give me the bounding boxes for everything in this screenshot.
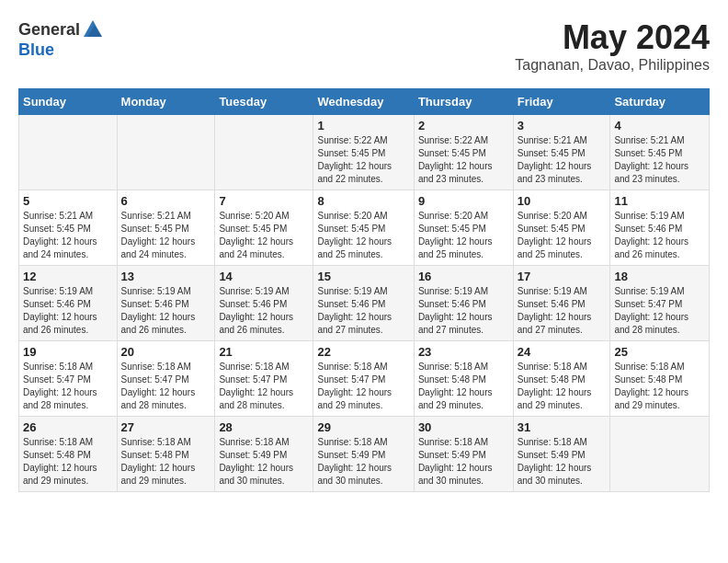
day-number: 17: [518, 270, 607, 283]
day-info: Sunrise: 5:20 AMSunset: 5:45 PMDaylight:…: [418, 210, 509, 261]
day-number: 9: [418, 194, 509, 208]
day-number: 11: [614, 194, 705, 208]
calendar-cell: [117, 115, 215, 190]
calendar-cell: 4Sunrise: 5:21 AMSunset: 5:45 PMDaylight…: [610, 115, 710, 190]
day-info: Sunrise: 5:21 AMSunset: 5:45 PMDaylight:…: [614, 134, 705, 186]
calendar-cell: 13Sunrise: 5:19 AMSunset: 5:46 PMDayligh…: [117, 266, 215, 341]
weekday-header-thursday: Thursday: [414, 89, 513, 115]
day-number: 21: [219, 345, 309, 359]
calendar-cell: 26Sunrise: 5:18 AMSunset: 5:48 PMDayligh…: [19, 417, 118, 492]
calendar-cell: 3Sunrise: 5:21 AMSunset: 5:45 PMDaylight…: [513, 115, 610, 190]
calendar-subtitle: Tagnanan, Davao, Philippines: [515, 57, 710, 74]
weekday-header-wednesday: Wednesday: [313, 89, 414, 115]
logo-blue: Blue: [18, 40, 54, 59]
day-number: 23: [418, 345, 509, 359]
day-number: 28: [219, 420, 309, 434]
calendar-cell: 15Sunrise: 5:19 AMSunset: 5:46 PMDayligh…: [313, 266, 414, 341]
day-number: 1: [317, 119, 409, 132]
week-row-4: 19Sunrise: 5:18 AMSunset: 5:47 PMDayligh…: [19, 341, 710, 417]
calendar-cell: 8Sunrise: 5:20 AMSunset: 5:45 PMDaylight…: [313, 190, 414, 266]
day-number: 31: [518, 420, 607, 434]
calendar-cell: 22Sunrise: 5:18 AMSunset: 5:47 PMDayligh…: [313, 341, 414, 417]
day-info: Sunrise: 5:20 AMSunset: 5:45 PMDaylight:…: [518, 210, 607, 261]
day-info: Sunrise: 5:18 AMSunset: 5:49 PMDaylight:…: [219, 436, 309, 488]
calendar-cell: 7Sunrise: 5:20 AMSunset: 5:45 PMDaylight…: [215, 190, 313, 266]
day-info: Sunrise: 5:18 AMSunset: 5:49 PMDaylight:…: [317, 436, 409, 488]
calendar-cell: 23Sunrise: 5:18 AMSunset: 5:48 PMDayligh…: [414, 341, 513, 417]
day-info: Sunrise: 5:19 AMSunset: 5:46 PMDaylight:…: [317, 285, 409, 337]
day-info: Sunrise: 5:18 AMSunset: 5:47 PMDaylight:…: [317, 361, 409, 412]
week-row-5: 26Sunrise: 5:18 AMSunset: 5:48 PMDayligh…: [19, 417, 710, 492]
calendar-cell: 27Sunrise: 5:18 AMSunset: 5:48 PMDayligh…: [117, 417, 215, 492]
day-number: 2: [418, 119, 509, 132]
day-number: 18: [614, 270, 705, 283]
day-info: Sunrise: 5:18 AMSunset: 5:48 PMDaylight:…: [418, 361, 509, 412]
week-row-3: 12Sunrise: 5:19 AMSunset: 5:46 PMDayligh…: [19, 266, 710, 341]
day-number: 6: [121, 194, 211, 208]
calendar-cell: 20Sunrise: 5:18 AMSunset: 5:47 PMDayligh…: [117, 341, 215, 417]
day-info: Sunrise: 5:21 AMSunset: 5:45 PMDaylight:…: [121, 210, 211, 261]
calendar-cell: 16Sunrise: 5:19 AMSunset: 5:46 PMDayligh…: [414, 266, 513, 341]
logo-general: General: [18, 20, 80, 40]
week-row-2: 5Sunrise: 5:21 AMSunset: 5:45 PMDaylight…: [19, 190, 710, 266]
day-number: 26: [23, 420, 113, 434]
calendar-cell: 12Sunrise: 5:19 AMSunset: 5:46 PMDayligh…: [19, 266, 118, 341]
day-number: 20: [121, 345, 211, 359]
calendar-cell: 19Sunrise: 5:18 AMSunset: 5:47 PMDayligh…: [19, 341, 118, 417]
day-number: 5: [23, 194, 113, 208]
calendar-cell: 24Sunrise: 5:18 AMSunset: 5:48 PMDayligh…: [513, 341, 610, 417]
calendar-cell: 28Sunrise: 5:18 AMSunset: 5:49 PMDayligh…: [215, 417, 313, 492]
calendar-title: May 2024: [515, 18, 710, 57]
calendar-cell: 11Sunrise: 5:19 AMSunset: 5:46 PMDayligh…: [610, 190, 710, 266]
day-info: Sunrise: 5:18 AMSunset: 5:49 PMDaylight:…: [418, 436, 509, 488]
calendar-table: SundayMondayTuesdayWednesdayThursdayFrid…: [18, 88, 710, 492]
calendar-cell: 2Sunrise: 5:22 AMSunset: 5:45 PMDaylight…: [414, 115, 513, 190]
calendar-cell: 18Sunrise: 5:19 AMSunset: 5:47 PMDayligh…: [610, 266, 710, 341]
calendar-cell: 30Sunrise: 5:18 AMSunset: 5:49 PMDayligh…: [414, 417, 513, 492]
day-info: Sunrise: 5:18 AMSunset: 5:47 PMDaylight:…: [219, 361, 309, 412]
day-number: 15: [317, 270, 409, 283]
calendar-cell: 25Sunrise: 5:18 AMSunset: 5:48 PMDayligh…: [610, 341, 710, 417]
week-row-1: 1Sunrise: 5:22 AMSunset: 5:45 PMDaylight…: [19, 115, 710, 190]
day-number: 24: [518, 345, 607, 359]
calendar-cell: [19, 115, 118, 190]
weekday-header-tuesday: Tuesday: [215, 89, 313, 115]
title-area: May 2024 Tagnanan, Davao, Philippines: [515, 18, 710, 74]
calendar-cell: [610, 417, 710, 492]
calendar-cell: 14Sunrise: 5:19 AMSunset: 5:46 PMDayligh…: [215, 266, 313, 341]
calendar-cell: 6Sunrise: 5:21 AMSunset: 5:45 PMDaylight…: [117, 190, 215, 266]
day-number: 8: [317, 194, 409, 208]
weekday-header-sunday: Sunday: [19, 89, 118, 115]
day-info: Sunrise: 5:19 AMSunset: 5:47 PMDaylight:…: [614, 285, 705, 337]
day-info: Sunrise: 5:19 AMSunset: 5:46 PMDaylight:…: [518, 285, 607, 337]
calendar-cell: [215, 115, 313, 190]
day-info: Sunrise: 5:18 AMSunset: 5:47 PMDaylight:…: [121, 361, 211, 412]
calendar-cell: 31Sunrise: 5:18 AMSunset: 5:49 PMDayligh…: [513, 417, 610, 492]
weekday-header-friday: Friday: [513, 89, 610, 115]
calendar-cell: 29Sunrise: 5:18 AMSunset: 5:49 PMDayligh…: [313, 417, 414, 492]
day-info: Sunrise: 5:20 AMSunset: 5:45 PMDaylight:…: [219, 210, 309, 261]
day-number: 4: [614, 119, 705, 132]
weekday-header-monday: Monday: [117, 89, 215, 115]
day-number: 14: [219, 270, 309, 283]
calendar-cell: 17Sunrise: 5:19 AMSunset: 5:46 PMDayligh…: [513, 266, 610, 341]
day-info: Sunrise: 5:21 AMSunset: 5:45 PMDaylight:…: [23, 210, 113, 261]
day-number: 30: [418, 420, 509, 434]
day-number: 29: [317, 420, 409, 434]
header: General Blue May 2024 Tagnanan, Davao, P…: [18, 18, 710, 74]
day-info: Sunrise: 5:22 AMSunset: 5:45 PMDaylight:…: [418, 134, 509, 186]
day-info: Sunrise: 5:18 AMSunset: 5:48 PMDaylight:…: [23, 436, 113, 488]
day-number: 12: [23, 270, 113, 283]
day-info: Sunrise: 5:19 AMSunset: 5:46 PMDaylight:…: [23, 285, 113, 337]
day-info: Sunrise: 5:19 AMSunset: 5:46 PMDaylight:…: [418, 285, 509, 337]
day-info: Sunrise: 5:18 AMSunset: 5:47 PMDaylight:…: [23, 361, 113, 412]
logo: General Blue: [18, 18, 104, 60]
calendar-cell: 9Sunrise: 5:20 AMSunset: 5:45 PMDaylight…: [414, 190, 513, 266]
day-info: Sunrise: 5:20 AMSunset: 5:45 PMDaylight:…: [317, 210, 409, 261]
day-number: 19: [23, 345, 113, 359]
day-info: Sunrise: 5:22 AMSunset: 5:45 PMDaylight:…: [317, 134, 409, 186]
day-number: 7: [219, 194, 309, 208]
calendar-cell: 1Sunrise: 5:22 AMSunset: 5:45 PMDaylight…: [313, 115, 414, 190]
day-number: 10: [518, 194, 607, 208]
day-info: Sunrise: 5:18 AMSunset: 5:49 PMDaylight:…: [518, 436, 607, 488]
